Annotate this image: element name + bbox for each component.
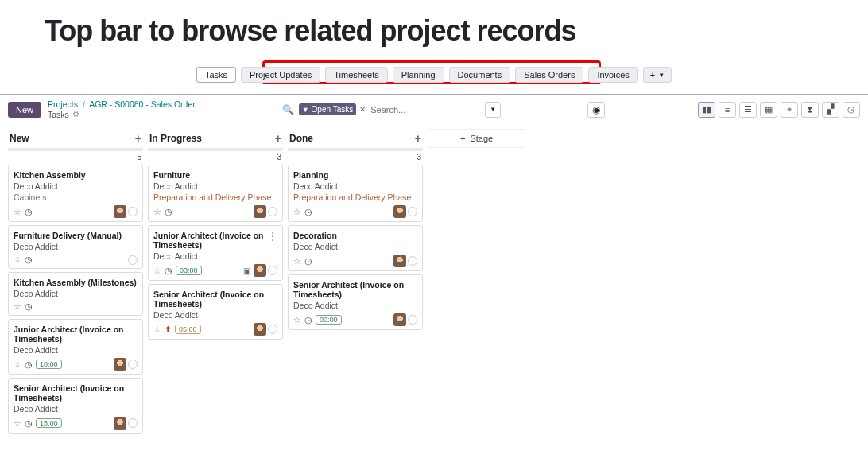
filter-chip-open-tasks[interactable]: ▼ Open Tasks (299, 103, 357, 115)
task-card[interactable]: Junior Architect (Invoice on Timesheets)… (8, 319, 143, 375)
card-customer: Deco Addict (14, 345, 138, 355)
clock-icon[interactable]: ◷ (25, 207, 33, 217)
column-add-card[interactable]: + (275, 132, 281, 145)
status-dot[interactable] (128, 255, 138, 265)
status-dot[interactable] (268, 266, 277, 275)
status-dot[interactable] (128, 207, 138, 216)
clock-icon[interactable]: ◷ (25, 301, 33, 312)
avatar[interactable] (393, 255, 406, 267)
task-card[interactable]: Decoration Deco Addict ☆ ◷ (288, 225, 423, 271)
column-count: 3 (148, 153, 283, 161)
status-dot[interactable] (408, 315, 417, 325)
view-list[interactable]: ≡ (719, 102, 736, 118)
time-badge: 00:00 (316, 315, 342, 325)
task-card[interactable]: Furniture Deco Addict Preparation and De… (148, 165, 283, 222)
view-kanban[interactable]: ▮▮ (698, 102, 715, 118)
view-visibility-button[interactable]: ◉ (587, 102, 605, 118)
avatar[interactable] (114, 417, 126, 430)
status-dot[interactable] (408, 256, 417, 266)
clock-icon[interactable]: ◷ (165, 207, 172, 217)
tab-project-updates[interactable]: Project Updates (241, 67, 320, 83)
star-icon[interactable]: ☆ (153, 207, 161, 217)
tab-planning[interactable]: Planning (393, 67, 444, 83)
view-clock[interactable]: ◷ (843, 102, 860, 118)
card-detail: Cabinets (14, 192, 138, 202)
search-dropdown[interactable]: ▼ (485, 102, 501, 118)
avatar[interactable] (393, 313, 406, 326)
avatar[interactable] (254, 323, 266, 336)
view-map[interactable]: ⌖ (781, 102, 798, 118)
card-customer: Deco Addict (293, 242, 417, 251)
clock-icon[interactable]: ◷ (25, 255, 33, 265)
column-new: New + 5 Kitchen Assembly Deco Addict Cab… (8, 129, 143, 437)
card-title: Senior Architect (Invoice on Timesheets) (14, 383, 138, 402)
view-switcher: ▮▮ ≡ ☰ ▦ ⌖ ⧗ ▞ ◷ (698, 102, 860, 118)
task-card[interactable]: Kitchen Assembly (Milestones) Deco Addic… (8, 272, 143, 316)
clock-icon[interactable]: ◷ (165, 266, 172, 276)
star-icon[interactable]: ☆ (14, 360, 21, 370)
add-stage-button[interactable]: + Stage (428, 129, 525, 148)
clock-icon[interactable]: ◷ (304, 256, 312, 266)
record-tabs: Tasks Project Updates Timesheets Plannin… (0, 67, 868, 89)
star-icon[interactable]: ☆ (14, 255, 21, 265)
star-icon[interactable]: ☆ (153, 266, 161, 276)
status-dot[interactable] (268, 325, 277, 334)
status-dot[interactable] (128, 418, 138, 428)
breadcrumb-projects[interactable]: Projects (48, 99, 78, 109)
star-icon[interactable]: ☆ (293, 256, 301, 266)
star-icon[interactable]: ☆ (14, 301, 21, 312)
star-icon[interactable]: ☆ (293, 207, 301, 217)
card-title: Furniture (153, 170, 277, 180)
view-graph[interactable]: ▞ (822, 102, 839, 118)
status-dot[interactable] (268, 207, 277, 216)
tab-add[interactable]: + ▼ (643, 67, 672, 83)
tab-sales-orders[interactable]: Sales Orders (515, 67, 583, 83)
column-progress-bar (8, 148, 143, 151)
star-icon[interactable]: ☆ (14, 207, 21, 217)
status-dot[interactable] (408, 207, 417, 216)
breadcrumb-project[interactable]: AGR - S00080 - Sales Order (89, 99, 196, 109)
task-card[interactable]: Senior Architect (Invoice on Timesheets)… (148, 284, 283, 340)
avatar[interactable] (254, 264, 266, 277)
clock-icon[interactable]: ◷ (304, 315, 312, 325)
column-title: In Progress (149, 133, 202, 144)
task-card[interactable]: ⋮ Junior Architect (Invoice on Timesheet… (148, 225, 283, 281)
card-customer: Deco Addict (153, 251, 277, 261)
upload-icon[interactable]: ⬆ (165, 325, 172, 335)
column-add-card[interactable]: + (415, 132, 421, 145)
view-calendar[interactable]: ▦ (760, 102, 777, 118)
column-count: 3 (288, 153, 423, 161)
view-activity[interactable]: ⧗ (801, 102, 819, 118)
avatar[interactable] (393, 205, 406, 218)
search-input[interactable] (366, 103, 477, 117)
new-button[interactable]: New (8, 102, 41, 118)
tab-documents[interactable]: Documents (449, 67, 511, 83)
avatar[interactable] (114, 358, 126, 371)
page-title: Top bar to browse related project record… (0, 0, 868, 57)
task-card[interactable]: Senior Architect (Invoice on Timesheets)… (288, 274, 423, 330)
tab-invoices[interactable]: Invoices (588, 67, 637, 83)
kanban-board: New + 5 Kitchen Assembly Deco Addict Cab… (0, 124, 868, 441)
avatar[interactable] (114, 205, 126, 218)
search-icon[interactable]: 🔍 (282, 104, 294, 115)
avatar[interactable] (254, 205, 266, 218)
task-card[interactable]: Senior Architect (Invoice on Timesheets)… (8, 378, 143, 434)
task-card[interactable]: Planning Deco Addict Preparation and Del… (288, 165, 423, 222)
star-icon[interactable]: ☆ (293, 315, 301, 325)
column-add-card[interactable]: + (135, 132, 141, 145)
task-card[interactable]: Furniture Delivery (Manual) Deco Addict … (8, 225, 143, 269)
filter-chip-remove[interactable]: ✕ (359, 105, 366, 114)
status-dot[interactable] (128, 360, 138, 369)
gear-icon[interactable]: ⚙ (72, 110, 79, 119)
clock-icon[interactable]: ◷ (25, 360, 33, 370)
card-menu-icon[interactable]: ⋮ (268, 231, 277, 242)
star-icon[interactable]: ☆ (153, 325, 161, 335)
tab-timesheets[interactable]: Timesheets (325, 67, 387, 83)
tab-tasks[interactable]: Tasks (196, 67, 236, 83)
clock-icon[interactable]: ◷ (25, 418, 33, 429)
star-icon[interactable]: ☆ (14, 418, 21, 429)
clock-icon[interactable]: ◷ (304, 207, 312, 217)
card-title: Planning (293, 170, 417, 180)
view-list2[interactable]: ☰ (739, 102, 757, 118)
task-card[interactable]: Kitchen Assembly Deco Addict Cabinets ☆ … (8, 165, 143, 222)
